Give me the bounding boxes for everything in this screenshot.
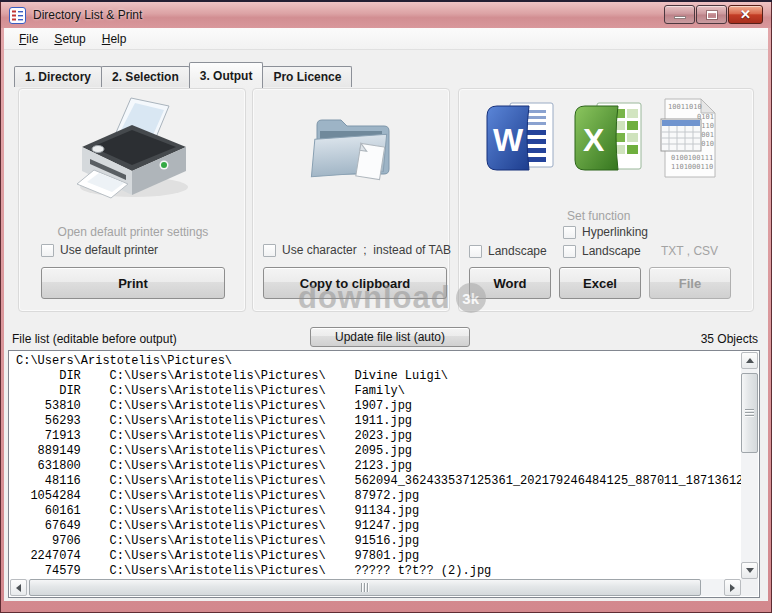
horizontal-scrollbar[interactable] [10,579,741,596]
tab-pro-licence[interactable]: Pro Licence [262,66,352,87]
svg-text:0100100111: 0100100111 [671,154,713,162]
vertical-scrollbar[interactable] [741,352,758,579]
close-icon: ✕ [740,8,751,21]
folder-icon [307,111,399,189]
hyperlinking-label: Hyperlinking [582,225,648,239]
file-list-text[interactable]: C:\Users\Aristotelis\Pictures\ DIR C:\Us… [10,352,741,579]
close-button[interactable]: ✕ [728,5,763,24]
minimize-button[interactable] [664,5,695,24]
use-character-row: Use character ; instead of TAB [263,243,451,257]
use-default-printer-row: Use default printer [41,243,158,257]
tab-output[interactable]: 3. Output [189,62,264,88]
scroll-up-button[interactable] [741,352,758,369]
print-button[interactable]: Print [41,267,225,299]
scroll-down-button[interactable] [741,562,758,579]
landscape-excel-row: Landscape [563,244,641,258]
file-formats-label: TXT , CSV [661,244,718,258]
excel-icon: X [572,99,644,175]
use-default-printer-label: Use default printer [60,243,158,257]
scroll-right-button[interactable] [724,579,741,596]
word-button[interactable]: Word [469,267,551,299]
window-title: Directory List & Print [33,8,142,22]
word-icon: W [484,99,556,175]
excel-button[interactable]: Excel [559,267,641,299]
tab-selection[interactable]: 2. Selection [101,66,190,87]
scrollbar-corner [741,579,758,596]
arrow-up-icon [746,358,754,363]
menu-help[interactable]: Help [94,29,135,49]
maximize-icon [707,11,717,19]
arrow-left-icon [16,584,21,592]
svg-text:1101000110: 1101000110 [671,163,713,171]
landscape-word-label: Landscape [488,244,547,258]
vertical-scroll-thumb[interactable] [741,373,758,453]
thumb-grip [361,583,369,592]
file-list-label: File list (editable before output) [12,332,177,346]
app-icon [9,7,26,24]
printer-hint: Open default printer settings [19,225,247,239]
horizontal-scroll-thumb[interactable] [29,579,701,596]
object-count: 35 Objects [701,332,758,346]
clipboard-group: Use character ; instead of TAB Copy to c… [252,88,450,312]
file-list-textarea[interactable]: C:\Users\Aristotelis\Pictures\ DIR C:\Us… [8,350,760,598]
landscape-excel-label: Landscape [582,244,641,258]
printer-group: Open default printer settings Use defaul… [18,88,246,312]
use-default-printer-checkbox[interactable] [41,244,54,257]
tab-strip: 1. Directory 2. Selection 3. Output Pro … [14,61,351,87]
export-group: W X [458,88,754,312]
landscape-excel-checkbox[interactable] [563,245,576,258]
printer-icon [68,97,198,202]
copy-to-clipboard-button[interactable]: Copy to clipboard [263,267,447,299]
thumb-grip [745,409,754,417]
client-area: File Setup Help 1. Directory 2. Selectio… [4,28,768,601]
hyperlinking-row: Hyperlinking [563,225,648,239]
arrow-down-icon [746,568,754,573]
set-function-label: Set function [567,209,630,223]
svg-text:W: W [493,122,524,158]
menu-bar: File Setup Help [4,28,768,50]
svg-text:10011010: 10011010 [668,103,702,111]
file-txt-csv-icon: 10011010 0101 0110 1001 0010 0100100111 … [659,97,721,181]
menu-file[interactable]: File [11,29,46,49]
update-file-list-button[interactable]: Update file list (auto) [310,327,470,347]
app-window: Directory List & Print ✕ File Setup Help… [0,0,772,613]
use-character-label: Use character ; instead of TAB [282,243,451,257]
landscape-word-checkbox[interactable] [469,245,482,258]
hyperlinking-checkbox[interactable] [563,226,576,239]
file-button[interactable]: File [649,267,731,299]
minimize-icon [674,16,686,19]
maximize-button[interactable] [696,5,727,24]
menu-setup[interactable]: Setup [46,29,93,49]
use-character-checkbox[interactable] [263,244,276,257]
tab-directory[interactable]: 1. Directory [14,66,102,87]
svg-text:X: X [583,122,605,158]
title-bar[interactable]: Directory List & Print ✕ [1,2,771,28]
arrow-right-icon [730,584,735,592]
landscape-word-row: Landscape [469,244,547,258]
scroll-left-button[interactable] [10,579,27,596]
